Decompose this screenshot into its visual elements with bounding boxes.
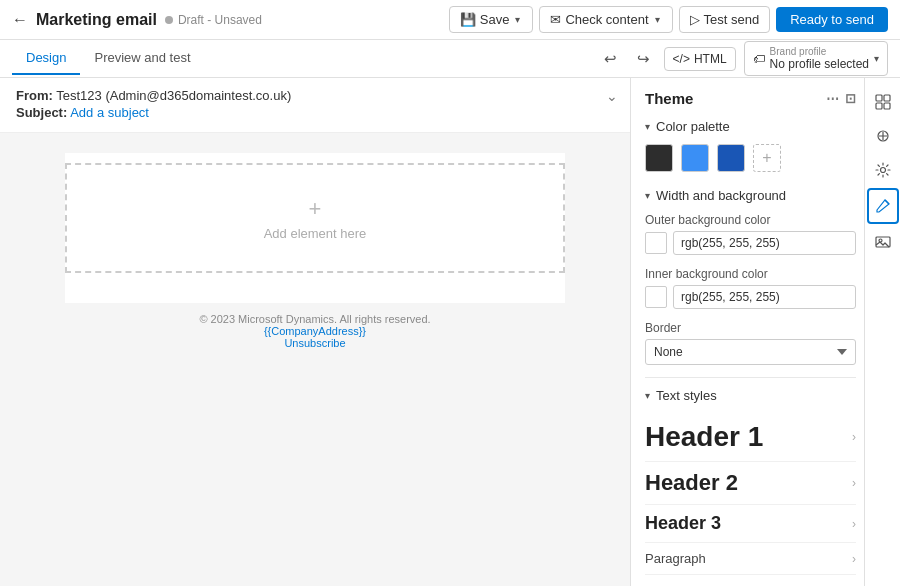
header1-item[interactable]: Header 1 › — [645, 413, 856, 462]
header1-label: Header 1 — [645, 421, 763, 453]
copyright-text: © 2023 Microsoft Dynamics. All rights re… — [199, 313, 430, 325]
maximize-icon[interactable]: ⊡ — [845, 91, 856, 106]
panel-title-row: Theme ⋯ ⊡ — [645, 90, 856, 107]
save-label: Save — [480, 12, 510, 27]
tab-preview[interactable]: Preview and test — [80, 42, 204, 75]
undo-button[interactable]: ↩ — [598, 46, 623, 72]
svg-line-6 — [885, 200, 889, 204]
inner-bg-label: Inner background color — [645, 267, 856, 281]
svg-rect-1 — [884, 95, 890, 101]
border-group: Border None Solid Dashed Dotted — [645, 321, 856, 365]
email-footer: © 2023 Microsoft Dynamics. All rights re… — [199, 313, 430, 349]
header2-chevron-icon: › — [852, 476, 856, 490]
from-label: From: — [16, 88, 53, 103]
test-icon: ▷ — [690, 12, 700, 27]
from-value: Test123 (Admin@d365domaintest.co.uk) — [56, 88, 291, 103]
subject-line: Subject: Add a subject — [16, 105, 614, 120]
header1-chevron-icon: › — [852, 430, 856, 444]
header3-chevron-icon: › — [852, 517, 856, 531]
side-icon-theme[interactable] — [867, 188, 899, 224]
top-bar: ← Marketing email Draft - Unsaved 💾 Save… — [0, 0, 900, 40]
border-select[interactable]: None Solid Dashed Dotted — [645, 339, 856, 365]
divider — [645, 377, 856, 378]
brand-sub: No profile selected — [770, 57, 869, 71]
side-icon-strip — [864, 78, 900, 586]
ready-send-button[interactable]: Ready to send — [776, 7, 888, 32]
paragraph-item[interactable]: Paragraph › — [645, 543, 856, 575]
color-swatches-row: + — [645, 144, 856, 172]
outer-bg-label: Outer background color — [645, 213, 856, 227]
color-palette-header[interactable]: ▾ Color palette — [645, 119, 856, 134]
svg-point-5 — [880, 168, 885, 173]
outer-bg-input[interactable] — [673, 231, 856, 255]
toolbar-right: ↩ ↪ </> HTML 🏷 Brand profile No profile … — [598, 41, 888, 76]
main-content: From: Test123 (Admin@d365domaintest.co.u… — [0, 78, 900, 586]
inner-bg-preview[interactable] — [645, 286, 667, 308]
from-line: From: Test123 (Admin@d365domaintest.co.u… — [16, 88, 614, 103]
brand-label: Brand profile — [770, 46, 869, 57]
check-icon: ✉ — [550, 12, 561, 27]
test-send-button[interactable]: ▷ Test send — [679, 6, 771, 33]
redo-button[interactable]: ↪ — [631, 46, 656, 72]
outer-bg-preview[interactable] — [645, 232, 667, 254]
draft-label: Draft - Unsaved — [178, 13, 262, 27]
theme-title: Theme — [645, 90, 693, 107]
svg-point-8 — [879, 239, 882, 242]
paragraph-label: Paragraph — [645, 551, 706, 566]
tab-design[interactable]: Design — [12, 42, 80, 75]
side-icon-elements[interactable] — [867, 120, 899, 152]
color-swatch-1[interactable] — [681, 144, 709, 172]
meta-collapse-button[interactable]: ⌄ — [606, 88, 618, 104]
side-icon-images[interactable] — [867, 226, 899, 258]
save-chevron-icon[interactable]: ▾ — [513, 14, 522, 25]
header2-label: Header 2 — [645, 470, 738, 496]
subject-input[interactable]: Add a subject — [70, 105, 149, 120]
paragraph-chevron-icon: › — [852, 552, 856, 566]
back-button[interactable]: ← — [12, 11, 28, 29]
color-palette-label: Color palette — [656, 119, 730, 134]
test-label: Test send — [704, 12, 760, 27]
width-chevron-icon: ▾ — [645, 190, 650, 201]
inner-bg-group: Inner background color — [645, 267, 856, 309]
color-swatch-2[interactable] — [717, 144, 745, 172]
add-element-label: Add element here — [264, 226, 367, 241]
page-title: Marketing email — [36, 11, 157, 29]
width-bg-header[interactable]: ▾ Width and background — [645, 188, 856, 203]
add-element-box[interactable]: + Add element here — [65, 163, 565, 273]
header3-label: Header 3 — [645, 513, 721, 534]
email-canvas: + Add element here — [65, 153, 565, 303]
check-chevron-icon[interactable]: ▾ — [653, 14, 662, 25]
tabs: Design Preview and test — [12, 42, 205, 75]
add-icon: + — [309, 196, 322, 222]
unsubscribe-link[interactable]: Unsubscribe — [284, 337, 345, 349]
text-chevron-icon: ▾ — [645, 390, 650, 401]
save-icon: 💾 — [460, 12, 476, 27]
theme-panel: Theme ⋯ ⊡ ▾ Color palette + ▾ Width a — [631, 78, 900, 586]
draft-badge: Draft - Unsaved — [165, 13, 262, 27]
border-label: Border — [645, 321, 856, 335]
header2-item[interactable]: Header 2 › — [645, 462, 856, 505]
subject-label: Subject: — [16, 105, 67, 120]
inner-bg-input[interactable] — [673, 285, 856, 309]
second-bar: Design Preview and test ↩ ↪ </> HTML 🏷 B… — [0, 40, 900, 78]
brand-profile-selector[interactable]: 🏷 Brand profile No profile selected ▾ — [744, 41, 888, 76]
more-options-icon[interactable]: ⋯ — [826, 91, 839, 106]
text-styles-section: Header 1 › Header 2 › Header 3 › Paragra… — [645, 413, 856, 575]
side-icon-settings[interactable] — [867, 154, 899, 186]
add-color-button[interactable]: + — [753, 144, 781, 172]
draft-dot-icon — [165, 16, 173, 24]
save-button[interactable]: 💾 Save ▾ — [449, 6, 534, 33]
text-styles-header[interactable]: ▾ Text styles — [645, 388, 856, 403]
header3-item[interactable]: Header 3 › — [645, 505, 856, 543]
top-bar-right: 💾 Save ▾ ✉ Check content ▾ ▷ Test send R… — [449, 6, 888, 33]
color-swatch-0[interactable] — [645, 144, 673, 172]
side-icon-layout[interactable] — [867, 86, 899, 118]
text-styles-label: Text styles — [656, 388, 717, 403]
html-icon: </> — [673, 52, 690, 66]
company-var: {{CompanyAddress}} — [264, 325, 366, 337]
brand-chevron-icon: ▾ — [874, 53, 879, 64]
check-content-button[interactable]: ✉ Check content ▾ — [539, 6, 672, 33]
email-canvas-area: + Add element here © 2023 Microsoft Dyna… — [0, 133, 630, 586]
html-button[interactable]: </> HTML — [664, 47, 736, 71]
svg-rect-0 — [876, 95, 882, 101]
